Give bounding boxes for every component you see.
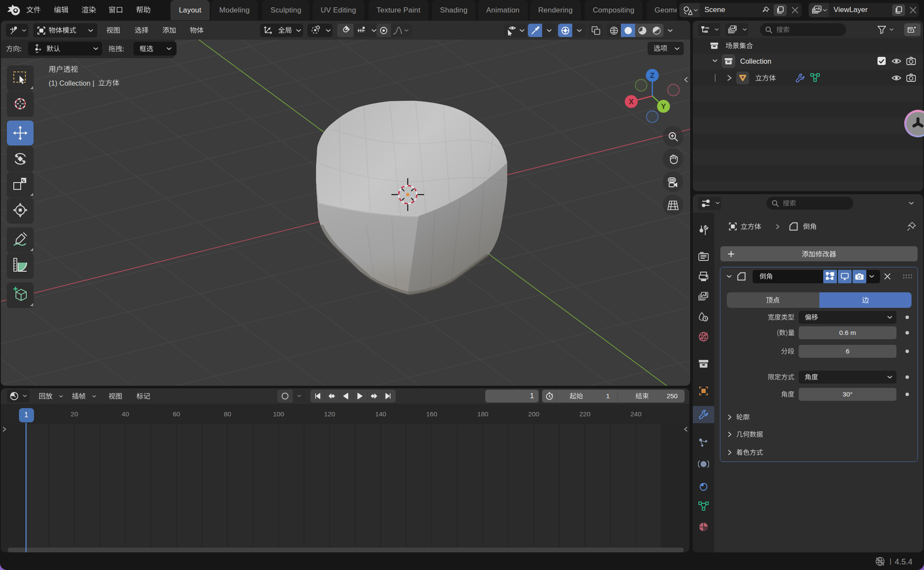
svg-text:Y: Y — [661, 102, 666, 111]
svg-text:Z: Z — [650, 71, 654, 80]
svg-text:X: X — [629, 98, 634, 106]
